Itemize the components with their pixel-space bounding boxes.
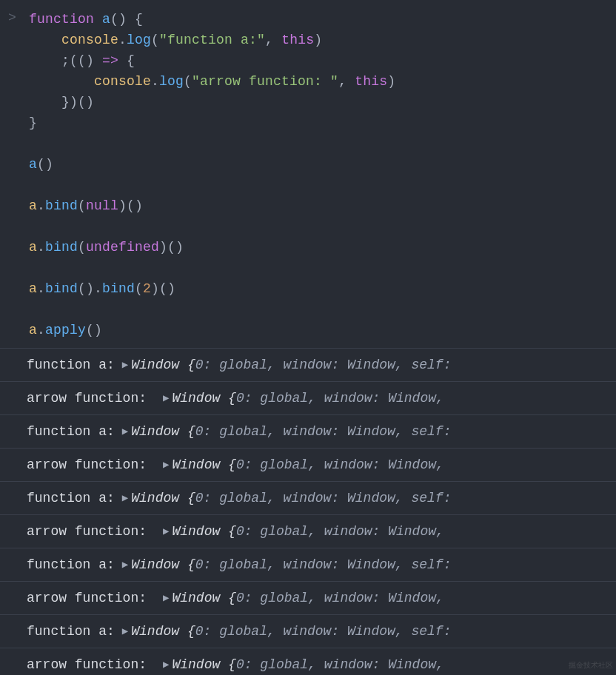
log-object-preview: Window {0: global, window: Window, self: [131,554,451,575]
log-label: function a: [27,488,115,508]
log-object-preview: Window {0: global, window: Window, [172,588,443,608]
log-object-preview: Window {0: global, window: Window, self: [131,621,451,642]
log-object-preview: Window {0: global, window: Window, self: [131,488,451,508]
log-label: function a: [27,421,115,442]
method-bind: bind [102,281,135,296]
log-object-preview: Window {0: global, window: Window, [172,521,443,542]
method-log: log [159,74,184,89]
expand-icon[interactable]: ▶ [122,355,128,375]
log-row[interactable]: function a: ▶ Window {0: global, window:… [0,348,616,381]
expand-icon[interactable]: ▶ [122,421,128,442]
number-literal: 2 [143,281,151,296]
string-literal: "arrow function: " [192,74,338,89]
log-row[interactable]: arrow function: ▶ Window {0: global, win… [0,648,616,675]
keyword-this: this [281,33,314,47]
method-bind: bind [45,281,78,296]
log-object-preview: Window {0: global, window: Window, [172,654,443,675]
log-row[interactable]: arrow function: ▶ Window {0: global, win… [0,381,616,414]
method-bind: bind [45,240,78,255]
log-object-preview: Window {0: global, window: Window, [172,388,443,409]
log-row[interactable]: arrow function: ▶ Window {0: global, win… [0,448,616,481]
log-row[interactable]: function a: ▶ Window {0: global, window:… [0,481,616,514]
method-log: log [127,33,151,47]
call-a: a [29,157,37,172]
log-object-preview: Window {0: global, window: Window, [172,454,443,475]
keyword-undefined: undefined [86,240,159,255]
expand-icon[interactable]: ▶ [163,588,169,608]
expand-icon[interactable]: ▶ [163,454,169,475]
prompt-icon: > [8,9,29,25]
log-object-preview: Window {0: global, window: Window, self: [131,421,451,442]
watermark: 掘金技术社区 [569,660,613,671]
keyword-this: this [355,74,387,89]
keyword-null: null [86,198,118,213]
function-name-a: a [102,12,110,27]
expand-icon[interactable]: ▶ [122,621,128,642]
log-row[interactable]: function a: ▶ Window {0: global, window:… [0,414,616,448]
expand-icon[interactable]: ▶ [163,654,169,675]
expand-icon[interactable]: ▶ [163,521,169,542]
method-apply: apply [45,323,86,338]
log-label: function a: [27,355,115,375]
expand-icon[interactable]: ▶ [122,554,128,575]
log-label: function a: [27,621,115,642]
arrow-token: => [102,53,118,68]
identifier-console: console [61,33,118,47]
log-label: arrow function: [27,521,147,542]
log-label: function a: [27,554,115,575]
log-label: arrow function: [27,454,147,475]
log-row[interactable]: arrow function: ▶ Window {0: global, win… [0,514,616,548]
devtools-console: > function a() { console.log("function a… [0,0,616,675]
log-object-preview: Window {0: global, window: Window, self: [131,355,451,375]
log-row[interactable]: arrow function: ▶ Window {0: global, win… [0,581,616,614]
expand-icon[interactable]: ▶ [163,388,169,409]
identifier-console: console [94,74,151,89]
log-row[interactable]: function a: ▶ Window {0: global, window:… [0,548,616,581]
log-label: arrow function: [27,388,147,409]
console-input-block: > function a() { console.log("function a… [0,6,616,343]
log-row[interactable]: function a: ▶ Window {0: global, window:… [0,614,616,648]
string-literal: "function a:" [159,33,265,47]
log-label: arrow function: [27,654,147,675]
keyword-function: function [29,12,94,27]
expand-icon[interactable]: ▶ [122,488,128,508]
method-bind: bind [45,198,78,213]
code-editor-content[interactable]: function a() { console.log("function a:"… [29,9,395,340]
console-log-output: function a: ▶ Window {0: global, window:… [0,348,616,675]
log-label: arrow function: [27,588,147,608]
